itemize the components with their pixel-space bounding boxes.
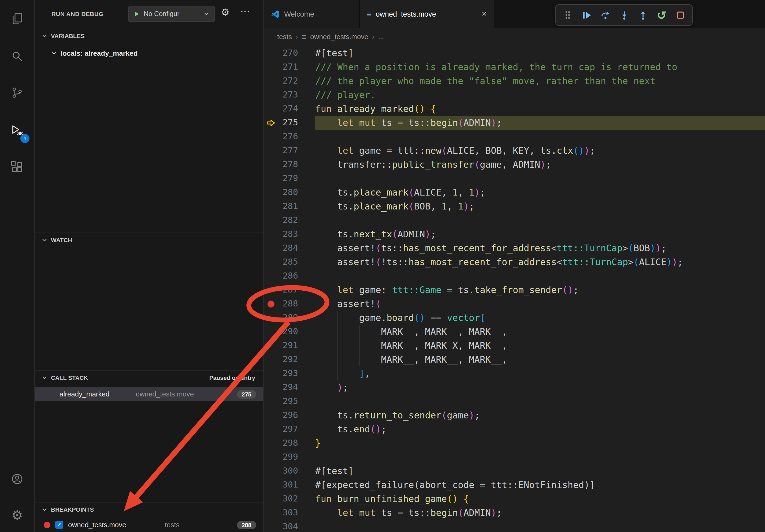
line-number[interactable]: 280 — [278, 185, 298, 199]
gutter-glyph-margin[interactable] — [264, 464, 278, 478]
activity-item-account[interactable] — [4, 466, 30, 492]
line-number[interactable]: 291 — [278, 339, 298, 353]
code-line[interactable]: 290 MARK__, MARK__, MARK__, — [264, 325, 765, 339]
gutter-glyph-margin[interactable] — [264, 325, 278, 339]
line-number[interactable]: 279 — [278, 171, 298, 185]
code-line[interactable]: 278 transfer::public_transfer(game, ADMI… — [264, 157, 765, 171]
step-into-button[interactable] — [618, 9, 630, 21]
breadcrumb-item-tests[interactable]: tests — [277, 33, 292, 41]
code-area[interactable]: 270#[test]271/// When a position is alre… — [264, 46, 765, 532]
code-line[interactable]: 291 MARK__, MARK_X, MARK__, — [264, 339, 765, 353]
gutter-glyph-margin[interactable] — [264, 171, 278, 185]
activity-item-explorer[interactable] — [4, 6, 30, 32]
gutter-glyph-margin[interactable] — [264, 102, 278, 116]
line-number[interactable]: 275 — [278, 116, 298, 130]
code-line[interactable]: 281 ts.place_mark(BOB, 1, 1); — [264, 199, 765, 213]
gutter-glyph-margin[interactable] — [264, 46, 278, 60]
start-debugging-icon[interactable] — [134, 11, 140, 17]
gutter-glyph-margin[interactable] — [264, 297, 278, 311]
gutter-glyph-margin[interactable] — [264, 478, 278, 492]
code-line[interactable]: 286 — [264, 269, 765, 283]
code-line[interactable]: 301#[expected_failure(abort_code = ttt::… — [264, 478, 765, 492]
line-number[interactable]: 290 — [278, 325, 298, 339]
gutter-glyph-margin[interactable] — [264, 506, 278, 520]
line-number[interactable]: 301 — [278, 478, 298, 492]
gutter-glyph-margin[interactable] — [264, 130, 278, 143]
code-line[interactable]: 297 ts.end(); — [264, 422, 765, 436]
line-number[interactable]: 294 — [278, 381, 298, 394]
section-variables[interactable]: VARIABLES — [35, 29, 263, 43]
line-number[interactable]: 292 — [278, 353, 298, 367]
line-number[interactable]: 297 — [278, 422, 298, 436]
code-line[interactable]: 271/// When a position is already marked… — [264, 60, 765, 74]
line-number[interactable]: 277 — [278, 143, 298, 157]
call-stack-frame[interactable]: already_marked owned_tests.move 275 — [35, 387, 263, 401]
code-line[interactable]: 303 let mut ts = ts::begin(ADMIN); — [264, 506, 765, 520]
line-number[interactable]: 276 — [278, 130, 298, 143]
code-line[interactable]: 298} — [264, 436, 765, 450]
gear-icon[interactable]: ⚙ — [221, 8, 230, 17]
line-number[interactable]: 289 — [278, 311, 298, 325]
activity-item-extensions[interactable] — [4, 154, 30, 180]
gutter-glyph-margin[interactable] — [264, 394, 278, 408]
code-line[interactable]: 304 — [264, 520, 765, 532]
gutter-glyph-margin[interactable] — [264, 143, 278, 157]
line-number[interactable]: 298 — [278, 436, 298, 450]
tab-owned-tests-move[interactable]: ≡ owned_tests.move × — [360, 0, 494, 28]
gutter-glyph-margin[interactable] — [264, 255, 278, 269]
gutter-glyph-margin[interactable] — [264, 283, 278, 297]
gutter-glyph-margin[interactable] — [264, 199, 278, 213]
code-line[interactable]: 299 — [264, 450, 765, 464]
breadcrumb-item-file[interactable]: owned_tests.move — [310, 33, 368, 41]
line-number[interactable]: 285 — [278, 255, 298, 269]
gutter-glyph-margin[interactable] — [264, 492, 278, 506]
gutter-glyph-margin[interactable] — [264, 74, 278, 88]
line-number[interactable]: 270 — [278, 46, 298, 60]
line-number[interactable]: 273 — [278, 88, 298, 102]
line-number[interactable]: 274 — [278, 102, 298, 116]
code-line[interactable]: 274fun already_marked() { — [264, 102, 765, 116]
gutter-glyph-margin[interactable] — [264, 422, 278, 436]
more-actions-icon[interactable]: ··· — [241, 8, 250, 16]
code-line[interactable]: 270#[test] — [264, 46, 765, 60]
line-number[interactable]: 299 — [278, 450, 298, 464]
line-number[interactable]: 278 — [278, 157, 298, 171]
step-out-button[interactable] — [636, 9, 649, 21]
line-number[interactable]: 295 — [278, 394, 298, 408]
section-watch[interactable]: WATCH — [35, 232, 263, 246]
gutter-glyph-margin[interactable] — [264, 269, 278, 283]
code-line[interactable]: 300#[test] — [264, 464, 765, 478]
line-number[interactable]: 287 — [278, 283, 298, 297]
code-line[interactable]: 276 — [264, 130, 765, 143]
code-line[interactable]: 280 ts.place_mark(ALICE, 1, 1); — [264, 185, 765, 199]
code-line[interactable]: 293 ], — [264, 367, 765, 381]
gutter-glyph-margin[interactable] — [264, 520, 278, 532]
code-line[interactable]: 282 — [264, 213, 765, 227]
line-number[interactable]: 302 — [278, 492, 298, 506]
line-number[interactable]: 303 — [278, 506, 298, 520]
gutter-glyph-margin[interactable] — [264, 213, 278, 227]
gutter-glyph-margin[interactable] — [264, 311, 278, 325]
gutter-glyph-margin[interactable] — [264, 436, 278, 450]
gutter-glyph-margin[interactable] — [264, 450, 278, 464]
line-number[interactable]: 272 — [278, 74, 298, 88]
code-line[interactable]: 279 — [264, 171, 765, 185]
variables-scope-locals[interactable]: locals: already_marked — [35, 46, 263, 60]
line-number[interactable]: 283 — [278, 227, 298, 241]
gutter-glyph-margin[interactable] — [264, 88, 278, 102]
gutter-glyph-margin[interactable] — [264, 185, 278, 199]
gutter-glyph-margin[interactable] — [264, 339, 278, 353]
line-number[interactable]: 300 — [278, 464, 298, 478]
section-call-stack[interactable]: CALL STACK Paused on entry — [35, 370, 263, 384]
close-icon[interactable]: × — [482, 10, 487, 18]
code-line[interactable]: 273/// player. — [264, 88, 765, 102]
gutter-glyph-margin[interactable] — [264, 116, 278, 130]
code-line[interactable]: 302fun burn_unfinished_game() { — [264, 492, 765, 506]
gutter-glyph-margin[interactable] — [264, 157, 278, 171]
line-number[interactable]: 281 — [278, 199, 298, 213]
code-line[interactable]: 296 ts.return_to_sender(game); — [264, 408, 765, 422]
code-line[interactable]: 289 game.board() == vector[ — [264, 311, 765, 325]
code-line[interactable]: 272/// the player who made the "false" m… — [264, 74, 765, 88]
breakpoint-list-item[interactable]: ✓ owned_tests.move tests 288 — [35, 518, 263, 532]
code-line[interactable]: 284 assert!(ts::has_most_recent_for_addr… — [264, 241, 765, 255]
